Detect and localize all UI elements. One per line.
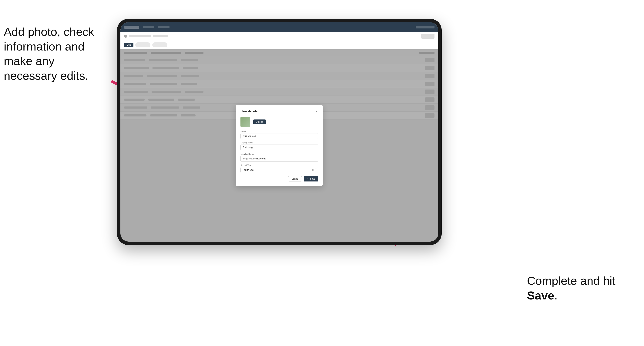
filter-bar: Edit [120,40,438,49]
nav-link-1 [143,26,154,28]
photo-section: Upload [240,117,318,127]
modal-close-button[interactable]: × [314,110,318,113]
school-year-input[interactable] [240,167,318,173]
email-field-group: Email address [240,153,318,162]
tablet-screen: Edit [120,22,438,242]
modal-footer: Cancel Save [240,176,318,181]
breadcrumb-text [129,35,151,37]
email-input[interactable] [240,156,318,162]
save-button[interactable]: Save [304,176,318,181]
user-photo-thumbnail [240,117,250,127]
breadcrumb-row [120,32,438,40]
upload-photo-button[interactable]: Upload [253,120,266,124]
name-label: Name [240,130,318,133]
modal-overlay: User details × Upload Name [120,49,438,242]
display-name-input[interactable] [240,145,318,150]
breadcrumb-text-2 [153,35,168,37]
filter-pill-1[interactable] [135,42,150,47]
filter-pill-2[interactable] [152,42,168,47]
nav-right [416,26,434,28]
filter-badge[interactable]: Edit [124,43,134,47]
right-annotation: Complete and hit Save. [527,273,636,303]
school-year-field-group: School Year × ⌃⌄ [240,164,318,173]
left-annotation: Add photo, check information and make an… [4,24,110,83]
breadcrumb-icon [124,35,127,38]
name-input[interactable] [240,133,318,139]
cancel-button[interactable]: Cancel [288,176,302,181]
display-name-field-group: Display name [240,142,318,150]
modal-title-row: User details × [240,110,318,113]
school-year-arrow-icon: ⌃⌄ [315,168,317,172]
nav-link-2 [158,26,170,28]
table-area: User details × Upload Name [120,49,438,242]
school-year-label: School Year [240,164,318,167]
email-label: Email address [240,153,318,155]
school-year-select-wrapper: × ⌃⌄ [240,167,318,173]
photo-image [240,117,250,127]
tablet-frame: Edit [117,19,442,245]
save-button-label: Save [310,177,315,180]
name-field-group: Name [240,130,318,139]
user-details-modal: User details × Upload Name [236,105,323,186]
display-name-label: Display name [240,142,318,144]
school-year-clear-icon[interactable]: × [312,169,314,172]
save-icon [307,178,309,180]
breadcrumb-action-btn[interactable] [421,34,434,39]
nav-logo [124,26,139,29]
top-nav [120,22,438,32]
app-container: Edit [120,22,438,242]
modal-title: User details [240,110,258,113]
